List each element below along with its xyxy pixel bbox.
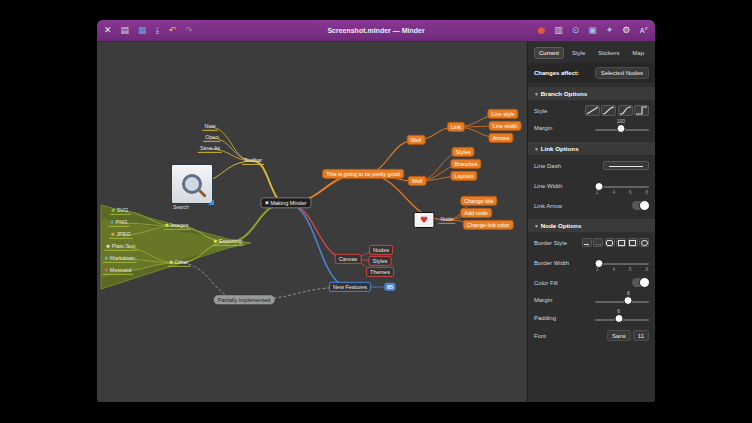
mindmap-node-styles[interactable]: Styles xyxy=(452,147,475,157)
mindmap-node-open[interactable]: Open xyxy=(203,134,220,142)
mindmap-node-toolbar[interactable]: Toolbar xyxy=(242,157,264,165)
mindmap-node-change-link-color[interactable]: Change link color xyxy=(463,220,514,230)
map-icon[interactable]: ✦ xyxy=(606,26,614,35)
mindmap-node-layouts[interactable]: Layouts xyxy=(450,171,477,181)
new-document-icon[interactable]: ▤ xyxy=(121,26,130,35)
mindmap-node-plain-text[interactable]: Plain Text xyxy=(105,243,138,251)
mindmap-node-red-styles[interactable]: Styles xyxy=(369,256,392,266)
font-size-button[interactable]: 11 xyxy=(633,330,649,341)
tick-label: 4 xyxy=(612,267,615,272)
mindmap-node-link[interactable]: Link xyxy=(447,122,465,132)
branch-margin-label: Margin xyxy=(534,125,552,131)
open-folder-icon[interactable]: ▦ xyxy=(138,26,147,35)
slider-thumb[interactable] xyxy=(614,314,623,323)
mindmap-canvas[interactable]: Making MinderToolbarNewOpenSave AsSearch… xyxy=(97,42,527,402)
mindmap-node-red-themes[interactable]: Themes xyxy=(366,267,394,277)
node-label: Making Minder xyxy=(270,200,306,206)
slider-thumb[interactable] xyxy=(624,296,633,305)
link-arrow-switch[interactable] xyxy=(632,201,649,210)
save-icon[interactable]: ⤓ xyxy=(156,26,160,35)
mindmap-node-new[interactable]: New xyxy=(202,123,217,131)
mindmap-node-line-width[interactable]: Line width xyxy=(489,121,522,131)
mindmap-node-mermaid[interactable]: Mermaid xyxy=(103,267,133,275)
node-bullet-icon xyxy=(105,257,108,260)
mindmap-node-png[interactable]: PNG xyxy=(109,219,130,227)
node-label: Styles xyxy=(373,258,388,264)
branch-style-straight-button[interactable] xyxy=(585,105,600,116)
text-resize-icon[interactable]: ᴀᶻ xyxy=(639,26,648,35)
focus-mode-icon[interactable]: ● xyxy=(537,26,545,35)
link-options-header[interactable]: ▾ Link Options xyxy=(528,142,655,155)
node-margin-value: 8 xyxy=(627,290,630,296)
mindmap-node-badge-65[interactable]: 65 xyxy=(384,283,395,291)
mindmap-node-canvas-node[interactable]: Canvas xyxy=(335,254,362,264)
search-icon[interactable]: ⊙ xyxy=(572,26,580,35)
branch-options-header[interactable]: ▾ Branch Options xyxy=(528,87,655,100)
mindmap-node-change-title[interactable]: Change title xyxy=(460,196,497,206)
node-label: Mermaid xyxy=(110,267,131,273)
titlebar[interactable]: ✕▤▦⤓↶↷ Screenshot.minder — Minder ●▥⊙▣✦⚙… xyxy=(97,20,655,42)
mindmap-node-svg[interactable]: SVG xyxy=(110,207,131,215)
tab-current[interactable]: Current xyxy=(534,47,564,59)
border-width-ticks: 2 4 6 8 xyxy=(596,267,648,272)
node-label: Well xyxy=(412,178,423,184)
undo-icon[interactable]: ↶ xyxy=(169,26,177,35)
node-margin-slider[interactable]: 8 xyxy=(595,293,649,308)
font-family-button[interactable]: Sans xyxy=(607,330,631,341)
node-bullet-icon xyxy=(165,224,168,227)
export-icon[interactable]: ▥ xyxy=(554,26,563,35)
heart-sticker-icon[interactable]: ♥ xyxy=(414,212,435,228)
mindmap-node-root[interactable]: Making Minder xyxy=(260,197,311,208)
branch-style-curve-button[interactable] xyxy=(601,105,616,116)
branch-style-scurve-button[interactable] xyxy=(618,105,633,116)
mindmap-node-add-node[interactable]: Add node xyxy=(460,208,492,218)
mindmap-node-arrows[interactable]: Arrows xyxy=(488,133,513,143)
branch-margin-slider[interactable]: 100 xyxy=(595,121,649,136)
slider-thumb[interactable] xyxy=(616,124,625,133)
mindmap-node-branches[interactable]: Branches xyxy=(450,159,481,169)
mindmap-node-saveas[interactable]: Save As xyxy=(198,145,222,153)
font-controls: Sans 11 xyxy=(607,330,649,341)
tab-stickers[interactable]: Stickers xyxy=(593,47,624,59)
color-fill-switch[interactable] xyxy=(632,278,649,287)
mindmap-node-markdown[interactable]: Markdown xyxy=(103,255,137,263)
line-dash-select[interactable] xyxy=(603,161,649,170)
gallery-icon[interactable]: ▣ xyxy=(588,26,597,35)
line-width-ticks: 2 4 6 8 xyxy=(596,190,648,195)
border-style-bold-button[interactable] xyxy=(628,238,638,247)
node-options-header[interactable]: ▾ Node Options xyxy=(528,219,655,232)
border-width-slider[interactable]: 2 4 6 8 xyxy=(595,255,649,270)
border-style-underline-button[interactable] xyxy=(582,238,592,247)
border-style-rounded-button[interactable] xyxy=(605,238,615,247)
settings-gear-icon[interactable]: ⚙ xyxy=(622,26,630,35)
mindmap-node-images[interactable]: Images xyxy=(163,222,190,230)
redo-icon[interactable]: ↷ xyxy=(185,26,193,35)
mindmap-node-orange-main[interactable]: This is going to be pretty good xyxy=(322,169,404,179)
line-width-slider[interactable]: 2 4 6 8 xyxy=(595,178,649,193)
mindmap-node-exporting[interactable]: Exporting xyxy=(212,238,244,246)
mindmap-node-well2[interactable]: Well xyxy=(408,176,427,186)
node-label: Layouts xyxy=(454,173,473,179)
border-style-pill-button[interactable] xyxy=(639,238,649,247)
mindmap-node-search[interactable]: Search xyxy=(171,164,213,204)
mindmap-node-other[interactable]: Other xyxy=(168,259,191,267)
node-padding-slider[interactable]: 6 xyxy=(595,311,649,326)
mindmap-node-well1[interactable]: Well xyxy=(407,135,426,145)
tab-map[interactable]: Map xyxy=(627,47,649,59)
mindmap-edge xyxy=(228,203,286,242)
node-label: Styles xyxy=(456,149,471,155)
mindmap-node-partially-implemented[interactable]: Partially implemented xyxy=(214,295,275,304)
mindmap-node-new-features[interactable]: New Features xyxy=(329,282,371,292)
changes-affect-select[interactable]: Selected Nodes xyxy=(595,67,649,79)
mindmap-node-red-nodes[interactable]: Nodes xyxy=(369,245,393,255)
border-style-none-button[interactable] xyxy=(593,238,603,247)
branch-style-elbow-button[interactable] xyxy=(634,105,649,116)
node-label: Nodes xyxy=(373,247,389,253)
border-style-square-button[interactable] xyxy=(616,238,626,247)
mindmap-node-line-style[interactable]: Line style xyxy=(487,109,518,119)
close-icon[interactable]: ✕ xyxy=(104,26,112,35)
mindmap-node-node-label[interactable]: Node xyxy=(438,216,455,224)
mindmap-node-jpeg[interactable]: JPEG xyxy=(109,231,132,239)
node-label: Other xyxy=(175,259,189,265)
tab-style[interactable]: Style xyxy=(567,47,590,59)
